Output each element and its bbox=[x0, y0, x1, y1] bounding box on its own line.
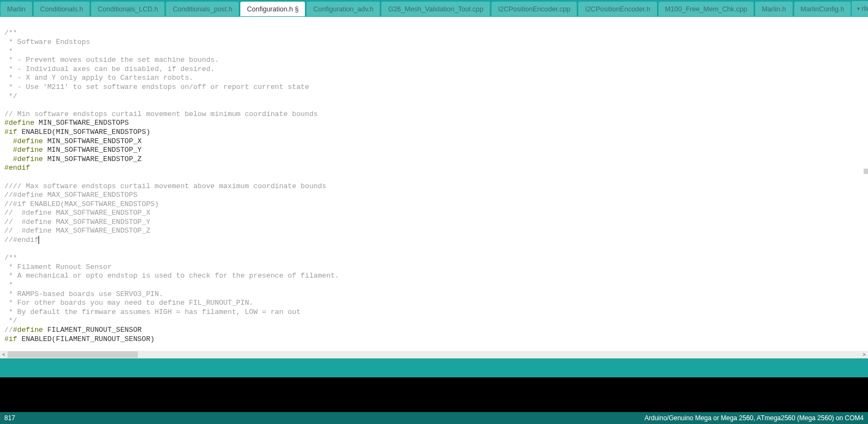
scroll-track[interactable] bbox=[8, 351, 860, 358]
text-cursor bbox=[39, 236, 39, 244]
code-indent bbox=[4, 137, 13, 145]
vertical-scrollbar[interactable] bbox=[862, 17, 868, 351]
tab-label: Conditionals_LCD.h bbox=[98, 5, 158, 13]
code-preprocessor: #define bbox=[13, 146, 43, 154]
code-comment: // #define MAX_SOFTWARE_ENDSTOP_X bbox=[4, 209, 150, 217]
code-comment: * Software Endstops bbox=[4, 38, 90, 46]
status-bar: 817 Arduino/Genuino Mega or Mega 2560, A… bbox=[0, 412, 868, 424]
code-comment: * By default the firmware assumes HIGH =… bbox=[4, 308, 301, 316]
code-text: ENABLED(MIN_SOFTWARE_ENDSTOPS) bbox=[17, 128, 150, 136]
message-bar bbox=[0, 358, 868, 377]
code-comment: // Min software endstops curtail movemen… bbox=[4, 110, 318, 118]
tab-label: Configuration_adv.h bbox=[313, 5, 373, 13]
code-comment: * For other boards you may need to defin… bbox=[4, 299, 253, 307]
tab-configuration-adv-h[interactable]: Configuration_adv.h bbox=[307, 2, 380, 17]
tab-i2cpositionencoder-h[interactable]: I2CPositionEncoder.h bbox=[578, 2, 657, 17]
tab-m100-free-mem-chk[interactable]: M100_Free_Mem_Chk.cpp bbox=[659, 2, 754, 17]
code-preprocessor: #if bbox=[4, 335, 17, 343]
horizontal-scroll-thumb[interactable] bbox=[8, 351, 138, 358]
code-text: FILAMENT_RUNOUT_SENSOR bbox=[43, 326, 142, 334]
tab-label: Conditionals.h bbox=[40, 5, 83, 13]
code-text: MIN_SOFTWARE_ENDSTOP_Y bbox=[43, 146, 142, 154]
code-comment: */ bbox=[4, 92, 17, 100]
code-comment: /** bbox=[4, 254, 17, 262]
code-comment: //#define MAX_SOFTWARE_ENDSTOPS bbox=[4, 191, 137, 199]
tab-label: Marlin bbox=[7, 5, 25, 13]
overflow-label: rlinS bbox=[861, 5, 868, 12]
code-preprocessor: #define bbox=[13, 155, 43, 163]
tabs-overflow-dropdown[interactable]: rlinS bbox=[852, 1, 868, 16]
code-comment: * bbox=[4, 281, 13, 289]
code-indent bbox=[4, 155, 13, 163]
code-text: MIN_SOFTWARE_ENDSTOP_Z bbox=[43, 155, 142, 163]
code-comment: * - Individual axes can be disabled, if … bbox=[4, 65, 215, 73]
code-comment: //// Max software endstops curtail movem… bbox=[4, 182, 327, 190]
tab-conditionals-post-h[interactable]: Conditionals_post.h bbox=[166, 2, 239, 17]
editor-wrap: /** * Software Endstops * * - Prevent mo… bbox=[0, 17, 868, 358]
code-preprocessor: #if bbox=[4, 128, 17, 136]
code-indent bbox=[4, 146, 13, 154]
code-comment: //#if ENABLED(MAX_SOFTWARE_ENDSTOPS) bbox=[4, 200, 159, 208]
status-line-number: 817 bbox=[4, 414, 15, 422]
tab-conditionals-lcd-h[interactable]: Conditionals_LCD.h bbox=[91, 2, 165, 17]
tab-g26-mesh-validation[interactable]: G26_Mesh_Validation_Tool.cpp bbox=[381, 2, 490, 17]
vertical-scroll-thumb[interactable] bbox=[864, 169, 868, 174]
code-comment: * RAMPS-based boards use SERVO3_PIN. bbox=[4, 290, 163, 298]
code-comment: * bbox=[4, 47, 13, 55]
tab-label: MarlinConfig.h bbox=[801, 5, 845, 13]
tab-marlin[interactable]: Marlin bbox=[1, 2, 33, 17]
tab-label: I2CPositionEncoder.h bbox=[585, 5, 650, 13]
console-area[interactable] bbox=[0, 377, 868, 413]
code-text: ENABLED(FILAMENT_RUNOUT_SENSOR) bbox=[17, 335, 155, 343]
code-editor[interactable]: /** * Software Endstops * * - Prevent mo… bbox=[0, 17, 868, 351]
code-comment: * - X and Y only apply to Cartesian robo… bbox=[4, 74, 193, 82]
scroll-right-icon[interactable]: > bbox=[860, 351, 868, 358]
code-comment: // #define MAX_SOFTWARE_ENDSTOP_Y bbox=[4, 218, 150, 226]
tab-label: I2CPositionEncoder.cpp bbox=[498, 5, 570, 13]
tab-label: Configuration.h § bbox=[247, 5, 298, 13]
scroll-left-icon[interactable]: < bbox=[0, 351, 8, 358]
status-board-info: Arduino/Genuino Mega or Mega 2560, ATmeg… bbox=[644, 414, 864, 422]
code-comment: * Filament Runout Sensor bbox=[4, 263, 112, 271]
tab-marlinconfig-h[interactable]: MarlinConfig.h bbox=[794, 2, 852, 17]
code-comment: /** bbox=[4, 29, 17, 37]
tab-configuration-h[interactable]: Configuration.h § bbox=[240, 2, 305, 17]
tabs-bar: Marlin Conditionals.h Conditionals_LCD.h… bbox=[0, 1, 868, 17]
code-comment: // #define MAX_SOFTWARE_ENDSTOP_Z bbox=[4, 227, 150, 235]
tab-label: G26_Mesh_Validation_Tool.cpp bbox=[388, 5, 483, 13]
code-preprocessor: #define bbox=[13, 137, 43, 145]
code-comment: * - Use 'M211' to set software endstops … bbox=[4, 83, 309, 91]
code-text: MIN_SOFTWARE_ENDSTOP_X bbox=[43, 137, 142, 145]
code-preprocessor: #endif bbox=[4, 164, 30, 172]
code-comment: * A mechanical or opto endstop is used t… bbox=[4, 272, 339, 280]
tab-i2cpositionencoder-cpp[interactable]: I2CPositionEncoder.cpp bbox=[492, 2, 577, 17]
tab-label: Conditionals_post.h bbox=[173, 5, 232, 13]
code-comment: */ bbox=[4, 317, 17, 325]
horizontal-scrollbar[interactable]: < > bbox=[0, 351, 868, 358]
code-text: MIN_SOFTWARE_ENDSTOPS bbox=[34, 119, 129, 127]
code-comment: * - Prevent moves outside the set machin… bbox=[4, 56, 219, 64]
code-comment: //#endif bbox=[4, 236, 39, 244]
code-comment: // bbox=[4, 326, 13, 334]
code-preprocessor: #define bbox=[13, 326, 43, 334]
tab-label: M100_Free_Mem_Chk.cpp bbox=[665, 5, 747, 13]
tab-label: Marlin.h bbox=[762, 5, 786, 13]
tab-conditionals-h[interactable]: Conditionals.h bbox=[34, 2, 90, 17]
code-preprocessor: #define bbox=[4, 119, 34, 127]
tab-marlin-h[interactable]: Marlin.h bbox=[755, 2, 793, 17]
